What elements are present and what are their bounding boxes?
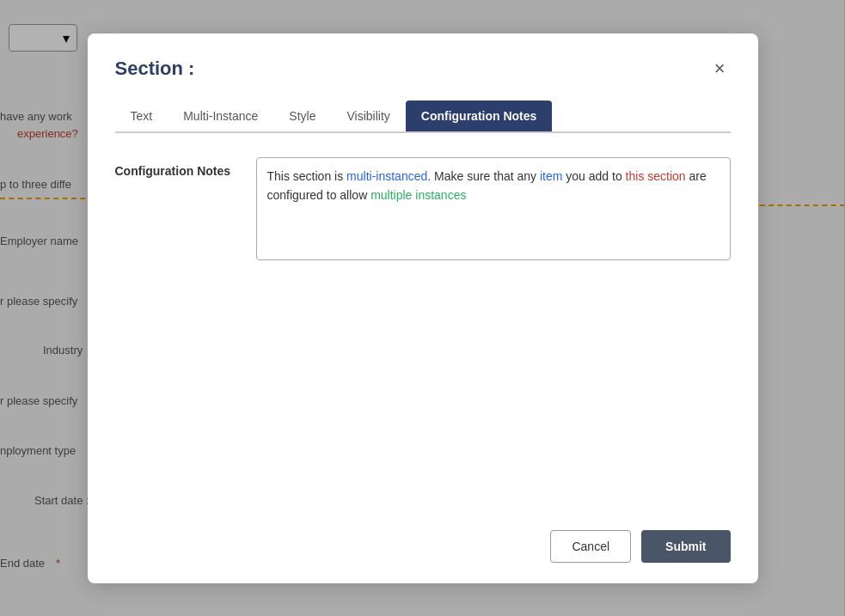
note-text-part8: multiple instances [370,188,466,202]
note-text-part5: you add to [562,169,625,183]
note-text-part3: . Make sure that any [427,169,540,183]
modal-title: Section : [115,58,195,80]
note-text-part2: multi-instanced [346,169,427,183]
close-button[interactable]: × [709,58,731,80]
config-notes-row: Configuration Notes This section is mult… [115,157,731,260]
tab-configuration-notes[interactable]: Configuration Notes [406,101,553,131]
modal-footer: Cancel Submit [115,516,731,563]
modal-dialog: Section : × Text Multi-Instance Style Vi… [88,34,758,583]
note-text-part6: this section [626,169,686,183]
note-text-part4: item [540,169,562,183]
tab-style[interactable]: Style [273,101,331,131]
modal-overlay: Section : × Text Multi-Instance Style Vi… [0,0,845,616]
tab-text[interactable]: Text [115,101,168,131]
config-notes-display[interactable]: This section is multi-instanced. Make su… [256,157,731,260]
tab-multi-instance[interactable]: Multi-Instance [168,101,273,131]
submit-button[interactable]: Submit [641,530,730,563]
tabs-container: Text Multi-Instance Style Visibility Con… [115,101,731,133]
config-notes-label: Configuration Notes [115,157,236,178]
tab-visibility[interactable]: Visibility [331,101,405,131]
modal-body: Configuration Notes This section is mult… [115,157,731,489]
cancel-button[interactable]: Cancel [550,530,631,563]
modal-header: Section : × [115,58,731,80]
note-text-part1: This section is [267,169,347,183]
